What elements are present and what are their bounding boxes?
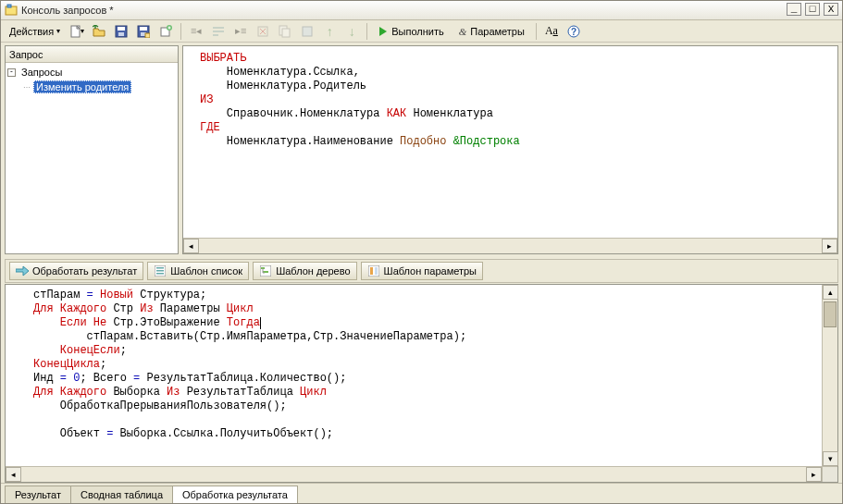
svg-rect-7 <box>140 27 147 31</box>
scroll-up-icon[interactable]: ▴ <box>823 285 838 300</box>
tb-icon-2[interactable] <box>208 22 229 41</box>
scroll-track[interactable] <box>199 239 822 253</box>
scroll-right-icon[interactable]: ▸ <box>806 467 822 482</box>
svg-rect-18 <box>303 27 312 36</box>
svg-rect-30 <box>375 267 378 275</box>
svg-rect-5 <box>118 32 124 36</box>
upper-split: Запрос - Запросы ⋯ Изменить родителя ВЫБ… <box>1 43 842 257</box>
scroll-track[interactable] <box>21 467 806 482</box>
svg-rect-22 <box>156 267 164 269</box>
code-text[interactable]: стПарам = Новый Структура; Для Каждого С… <box>6 285 837 466</box>
tree-leaf-icon: ⋯ <box>22 83 31 92</box>
app-icon <box>5 4 18 17</box>
execute-button[interactable]: Выполнить <box>372 22 450 41</box>
tab-pivot[interactable]: Сводная таблица <box>70 486 173 504</box>
process-result-button[interactable]: Обработать результат <box>9 262 143 280</box>
new-query-button[interactable] <box>155 22 176 41</box>
svg-rect-24 <box>156 273 164 275</box>
template-tree-label: Шаблон дерево <box>276 265 350 277</box>
code-editor[interactable]: стПарам = Новый Структура; Для Каждого С… <box>5 284 838 483</box>
minimize-button[interactable]: _ <box>787 3 801 16</box>
query-editor[interactable]: ВЫБРАТЬ Номенклатура.Ссылка, Номенклатур… <box>182 45 838 254</box>
svg-rect-1 <box>7 5 11 7</box>
help-button[interactable]: ? <box>564 22 584 41</box>
template-params-label: Шаблон параметры <box>384 265 477 277</box>
svg-rect-14 <box>213 34 218 36</box>
collapse-icon[interactable]: - <box>7 68 16 77</box>
close-button[interactable]: X <box>824 3 838 16</box>
tab-result-label: Результат <box>15 489 61 500</box>
code-horizontal-scrollbar[interactable]: ◂ ▸ <box>6 466 837 482</box>
scroll-left-icon[interactable]: ◂ <box>183 239 199 253</box>
scroll-down-icon[interactable]: ▾ <box>823 451 838 466</box>
arrow-right-icon <box>16 264 29 277</box>
save-button[interactable] <box>111 22 131 41</box>
params-icon <box>367 264 380 277</box>
svg-rect-13 <box>213 31 224 32</box>
tree-body[interactable]: - Запросы ⋯ Изменить родителя <box>6 63 178 253</box>
tab-result[interactable]: Результат <box>5 486 71 504</box>
tb-icon-design[interactable] <box>297 22 317 41</box>
save-as-button[interactable] <box>133 22 154 41</box>
toolbar: Действия ▾ ▾ ≡◂ ▸≡ ↑ ↓ Выполнить & Парам… <box>1 20 842 43</box>
actions-label: Действия <box>9 26 54 37</box>
scroll-thumb[interactable] <box>824 301 837 327</box>
ampersand-icon: & <box>459 26 467 37</box>
tree-child-label: Изменить родителя <box>33 80 131 93</box>
svg-rect-29 <box>370 267 373 275</box>
execute-label: Выполнить <box>391 26 443 37</box>
text-format-button[interactable]: Aa <box>541 22 562 41</box>
scroll-left-icon[interactable]: ◂ <box>6 467 21 482</box>
tb-icon-del[interactable] <box>253 22 273 41</box>
tab-pivot-label: Сводная таблица <box>81 489 163 500</box>
svg-rect-17 <box>282 29 290 37</box>
result-toolbar: Обработать результат Шаблон список Шабло… <box>5 259 838 283</box>
tree-pane: Запрос - Запросы ⋯ Изменить родителя <box>5 45 179 254</box>
help-icon: ? <box>567 25 580 38</box>
toolbar-separator <box>366 23 367 40</box>
tb-icon-copy[interactable] <box>275 22 295 41</box>
template-list-label: Шаблон список <box>170 265 242 277</box>
query-horizontal-scrollbar[interactable]: ◂ ▸ <box>183 238 837 253</box>
toolbar-separator <box>536 23 537 40</box>
tree-icon <box>259 264 272 277</box>
dropdown-icon: ▾ <box>56 27 60 35</box>
dropdown-icon: ▾ <box>81 27 84 35</box>
bottom-tabs: Результат Сводная таблица Обработка резу… <box>1 483 842 503</box>
svg-rect-28 <box>368 265 379 277</box>
text-a-icon: Aa <box>545 24 558 38</box>
tb-indent-left[interactable]: ≡◂ <box>186 22 206 41</box>
scroll-track[interactable] <box>823 300 837 451</box>
new-button[interactable]: ▾ <box>67 22 87 41</box>
template-tree-button[interactable]: Шаблон дерево <box>253 262 356 280</box>
tree-root-row[interactable]: - Запросы <box>6 65 178 80</box>
query-text[interactable]: ВЫБРАТЬ Номенклатура.Ссылка, Номенклатур… <box>183 46 837 238</box>
tree-root-label: Запросы <box>21 67 62 78</box>
tree-child-row[interactable]: ⋯ Изменить родителя <box>6 80 178 94</box>
template-params-button[interactable]: Шаблон параметры <box>361 262 483 280</box>
svg-rect-12 <box>213 27 224 29</box>
scroll-right-icon[interactable]: ▸ <box>822 239 837 253</box>
text-cursor <box>260 317 261 329</box>
svg-rect-4 <box>118 27 125 31</box>
move-up-button[interactable]: ↑ <box>319 22 340 41</box>
svg-text:?: ? <box>571 27 576 37</box>
open-button[interactable] <box>89 22 109 41</box>
actions-menu[interactable]: Действия ▾ <box>5 23 65 40</box>
svg-rect-23 <box>156 270 164 272</box>
window-title: Консоль запросов * <box>21 5 114 16</box>
tab-process-label: Обработка результата <box>182 489 288 500</box>
play-icon <box>378 27 388 36</box>
list-icon <box>154 264 167 277</box>
maximize-button[interactable]: □ <box>805 3 820 16</box>
titlebar: Консоль запросов * _ □ X <box>1 1 842 20</box>
process-result-label: Обработать результат <box>32 265 137 277</box>
template-list-button[interactable]: Шаблон список <box>147 262 249 280</box>
toolbar-separator <box>180 23 181 40</box>
tab-process[interactable]: Обработка результата <box>172 486 298 504</box>
parameters-button[interactable]: & Параметры <box>452 22 531 41</box>
code-vertical-scrollbar[interactable]: ▴ ▾ <box>822 285 837 466</box>
svg-rect-9 <box>145 33 150 38</box>
tb-indent-right[interactable]: ▸≡ <box>230 22 251 41</box>
move-down-button[interactable]: ↓ <box>341 22 362 41</box>
